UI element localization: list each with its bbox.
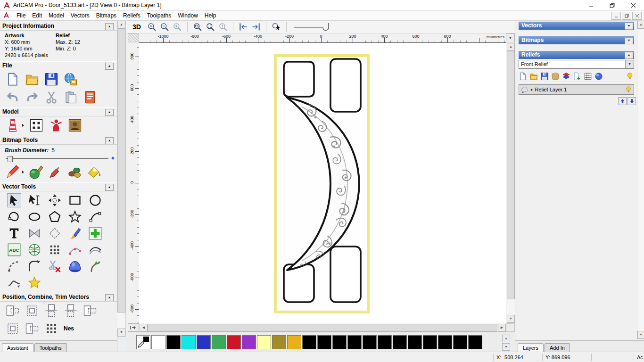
text-block-tool[interactable]: ABC [8,243,21,256]
slider-handle[interactable] [8,156,13,162]
collapse-bitmap-tools-button[interactable] [105,137,114,144]
offset-vectors-tool[interactable] [48,227,61,240]
greyscale-preview-icon[interactable] [29,118,43,132]
cut-icon[interactable] [44,90,58,104]
collapse-vector-tools-button[interactable] [105,184,114,191]
scroll-up-button[interactable] [637,21,644,29]
palette-swatch-16[interactable] [393,335,407,349]
select-vectors-tool[interactable] [8,194,21,207]
import-export-model-icon[interactable] [64,72,78,86]
brush-diameter-slider[interactable] [6,155,108,162]
collapse-reliefs-button[interactable] [625,52,633,59]
palette-swatch-4[interactable] [212,335,226,349]
zoom-one-to-one-icon[interactable] [218,22,228,32]
menu-file[interactable]: File [13,11,29,20]
save-file-icon[interactable] [44,72,58,86]
assistant-scrollbar[interactable] [117,20,126,337]
active-colour-swatch[interactable] [136,335,150,349]
switch-to-3d-button[interactable]: 3D [132,23,141,31]
colour-picker-icon[interactable] [49,165,63,179]
palette-icon[interactable] [68,165,82,179]
minimize-button[interactable] [580,0,602,10]
toggle-visibility-icon[interactable] [626,72,634,81]
extend-curve-tool[interactable] [89,260,102,273]
scroll-up-button[interactable] [507,43,515,51]
palette-swatch-17[interactable] [408,335,422,349]
preview-pan-icon[interactable] [272,22,281,32]
zoom-out-icon[interactable] [160,22,169,32]
block-paste-icon[interactable] [44,321,58,336]
vectors-group-header[interactable]: Vectors [519,22,634,30]
tab-assistant[interactable]: Assistant [2,343,33,352]
flood-fill-icon[interactable] [87,165,101,179]
align-right-icon[interactable] [83,304,97,318]
tab-layers[interactable]: Layers [518,343,544,352]
palette-swatch-3[interactable] [197,335,211,349]
palette-swatch-5[interactable] [227,335,241,349]
move-layer-down-button[interactable] [627,97,636,105]
arc-fit-tool[interactable] [8,260,21,273]
save-layer-icon[interactable] [540,72,549,81]
palette-swatch-14[interactable] [363,335,377,349]
fillet-tool[interactable] [28,260,41,273]
nesting-tool-label[interactable]: Nes [64,325,74,332]
rectangle-tool[interactable] [68,194,82,207]
scroll-right-button[interactable] [498,324,506,332]
relief-stack-icon[interactable] [551,72,560,81]
menu-window[interactable]: Window [174,11,201,20]
palette-swatch-15[interactable] [378,335,392,349]
paste-special-tool[interactable] [89,227,102,240]
freehand-polyline-tool[interactable] [8,210,21,223]
menu-edit[interactable]: Edit [29,11,45,20]
align-centre-icon[interactable] [25,304,39,318]
scroll-left-button[interactable] [140,324,148,332]
vector-paint-tool[interactable] [68,227,82,240]
fit-points-tool[interactable] [68,243,82,256]
menu-toolpaths[interactable]: Toolpaths [144,11,174,20]
spin-relief-tool[interactable] [68,260,82,273]
mdi-restore-button[interactable] [622,12,631,20]
fit-curves-tool[interactable] [89,243,102,256]
shape-editor-icon[interactable] [49,118,63,132]
document-icon[interactable] [3,12,9,18]
palette-swatch-6[interactable] [242,335,256,349]
mdi-minimize-button[interactable] [611,12,621,20]
align-left-icon[interactable] [6,304,20,318]
zoom-in-icon[interactable] [147,22,157,32]
close-button[interactable] [623,0,644,10]
measure-tool[interactable] [28,227,41,240]
collapse-model-button[interactable] [105,109,114,116]
scroll-thumb[interactable] [507,51,515,299]
palette-swatch-7[interactable] [257,335,271,349]
undo-icon[interactable] [6,90,20,104]
panel-scrollbar[interactable] [637,20,644,339]
arc-tool[interactable] [89,210,102,223]
new-model-icon[interactable] [6,72,20,86]
model-lighthouse-icon[interactable] [6,118,20,132]
bitmaps-group-header[interactable]: Bitmaps [519,36,634,44]
palette-swatch-18[interactable] [423,335,437,349]
ruler-units-dropdown[interactable] [506,33,515,42]
align-top-icon[interactable] [44,304,58,318]
node-editing-tool[interactable] [28,194,41,207]
add-layer-icon[interactable] [573,72,581,81]
notes-icon[interactable] [83,90,97,104]
layer-expand-icon[interactable] [531,87,533,92]
open-layer-icon[interactable] [529,72,538,81]
paste-icon[interactable] [64,90,78,104]
flyout-arrow-icon[interactable] [22,124,24,127]
zoom-to-object-icon[interactable] [173,22,182,32]
palette-swatch-13[interactable] [347,335,362,349]
wrap-text-tool[interactable] [28,243,41,256]
load-image-icon[interactable] [68,118,82,132]
palette-swatch-12[interactable] [332,335,347,349]
menu-help[interactable]: Help [201,11,220,20]
circle-tool[interactable] [89,194,102,207]
expand-bitmaps-button[interactable] [625,37,633,44]
polygon-tool[interactable] [48,210,61,223]
tab-toolpaths[interactable]: Toolpaths [34,343,67,352]
block-copy-tool[interactable] [48,243,61,256]
collapse-project-information-button[interactable] [105,23,114,30]
reliefs-group-header[interactable]: Reliefs [519,51,634,59]
menu-bitmaps[interactable]: Bitmaps [93,11,120,20]
